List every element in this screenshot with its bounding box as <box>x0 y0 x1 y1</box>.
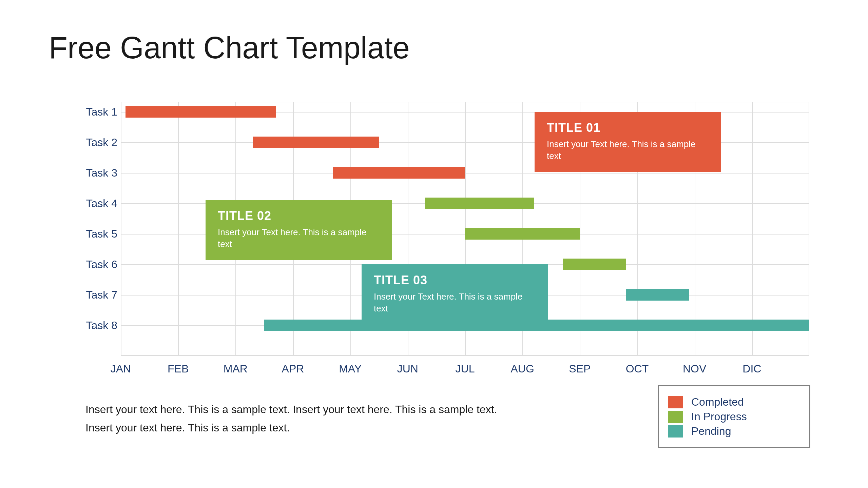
gantt-bar <box>253 137 379 148</box>
gantt-bar <box>563 259 626 270</box>
gridline-v <box>178 102 179 356</box>
gantt-bar <box>126 106 276 118</box>
month-label: FEB <box>168 363 189 375</box>
month-label: JUL <box>456 363 475 375</box>
task-label: Task 6 <box>86 258 117 271</box>
gridline-v <box>121 102 121 356</box>
legend-item-pending: Pending <box>668 425 800 438</box>
callout-3-title: TITLE 03 <box>374 273 536 287</box>
footer-line-1: Insert your text here. This is a sample … <box>85 403 497 416</box>
month-label: OCT <box>626 363 649 375</box>
gantt-chart: JANFEBMARAPRMAYJUNJULAUGSEPOCTNOVDICTask… <box>73 102 813 356</box>
page-title: Free Gantt Chart Template <box>49 30 410 65</box>
callout-1: TITLE 01 Insert your Text here. This is … <box>535 112 721 172</box>
month-label: MAY <box>339 363 362 375</box>
legend-swatch-pending <box>668 425 683 438</box>
legend-swatch-in-progress <box>668 411 683 423</box>
gantt-bar <box>333 167 465 179</box>
task-label: Task 7 <box>86 289 117 301</box>
callout-2-body: Insert your Text here. This is a sample … <box>218 226 380 250</box>
gantt-bar <box>465 228 580 240</box>
month-label: APR <box>282 363 304 375</box>
month-label: NOV <box>683 363 706 375</box>
month-label: SEP <box>569 363 591 375</box>
month-label: MAR <box>224 363 248 375</box>
legend-label-completed: Completed <box>691 396 744 408</box>
legend: Completed In Progress Pending <box>658 385 810 448</box>
task-label: Task 2 <box>86 136 117 149</box>
callout-1-title: TITLE 01 <box>547 121 709 135</box>
legend-item-completed: Completed <box>668 396 800 408</box>
callout-1-body: Insert your Text here. This is a sample … <box>547 138 709 162</box>
task-label: Task 8 <box>86 319 117 332</box>
task-label: Task 3 <box>86 167 117 179</box>
gridline-v <box>809 102 809 356</box>
task-label: Task 5 <box>86 228 117 240</box>
callout-3: TITLE 03 Insert your Text here. This is … <box>362 264 548 325</box>
legend-item-in-progress: In Progress <box>668 410 800 423</box>
callout-2-title: TITLE 02 <box>218 209 380 223</box>
gantt-bar <box>626 289 689 301</box>
legend-label-pending: Pending <box>691 425 731 438</box>
month-label: JUN <box>397 363 418 375</box>
gridline-v <box>752 102 753 356</box>
month-label: JAN <box>111 363 131 375</box>
callout-2: TITLE 02 Insert your Text here. This is … <box>206 200 392 260</box>
footer-line-2: Insert your text here. This is a sample … <box>85 422 290 434</box>
task-label: Task 1 <box>86 106 117 118</box>
task-label: Task 4 <box>86 197 117 210</box>
callout-3-body: Insert your Text here. This is a sample … <box>374 291 536 314</box>
gantt-plot: JANFEBMARAPRMAYJUNJULAUGSEPOCTNOVDICTask… <box>121 102 809 356</box>
legend-swatch-completed <box>668 396 683 408</box>
gantt-bar <box>425 198 534 209</box>
month-label: AUG <box>510 363 534 375</box>
month-label: DIC <box>742 363 761 375</box>
slide: Free Gantt Chart Template JANFEBMARAPRMA… <box>0 0 868 488</box>
legend-label-in-progress: In Progress <box>691 410 747 423</box>
